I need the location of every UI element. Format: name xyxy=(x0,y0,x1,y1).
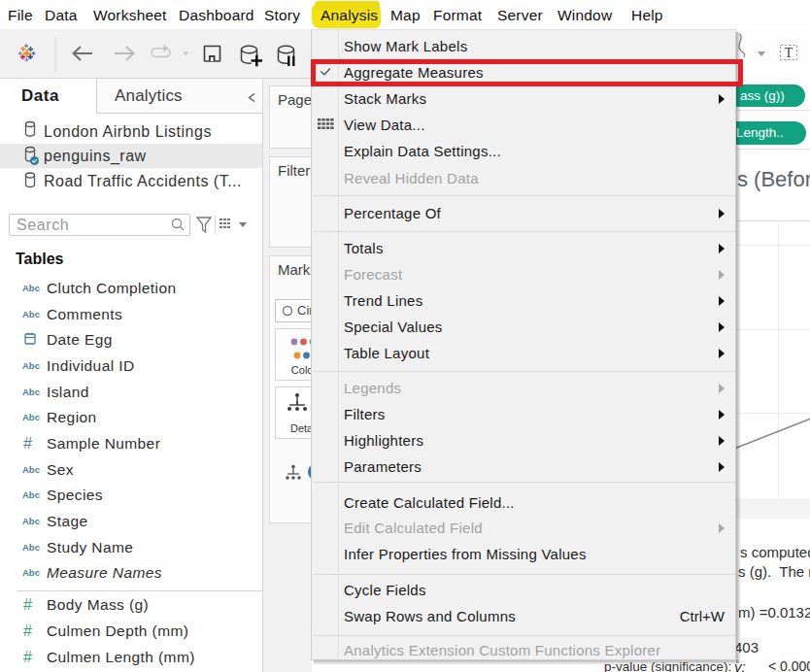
svg-text:T: T xyxy=(785,46,793,60)
